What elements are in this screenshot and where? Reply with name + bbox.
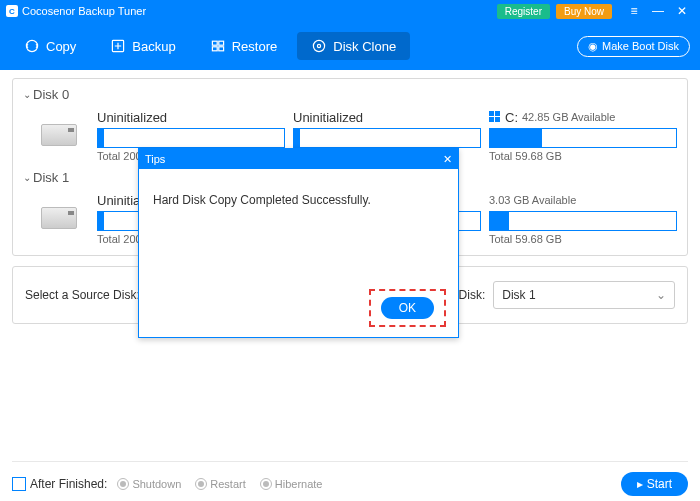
partition-sub: Total 59.68 GB bbox=[489, 233, 677, 245]
target-disk-value: Disk 1 bbox=[502, 288, 535, 302]
ok-highlight: OK bbox=[369, 289, 446, 327]
tab-backup[interactable]: Backup bbox=[96, 32, 189, 60]
radio-icon bbox=[260, 478, 272, 490]
chevron-down-icon: ⌄ bbox=[23, 172, 31, 183]
make-boot-disk-label: Make Boot Disk bbox=[602, 40, 679, 52]
buy-now-button[interactable]: Buy Now bbox=[556, 4, 612, 19]
after-finished-checkbox[interactable] bbox=[12, 477, 26, 491]
partition-bar bbox=[489, 211, 677, 231]
radio-hibernate[interactable]: Hibernate bbox=[260, 478, 323, 490]
register-button[interactable]: Register bbox=[497, 4, 550, 19]
tab-restore-label: Restore bbox=[232, 39, 278, 54]
partition[interactable]: C:42.85 GB Available Total 59.68 GB bbox=[489, 108, 677, 162]
disk-name-0: Disk 0 bbox=[33, 87, 69, 102]
dialog-titlebar: Tips ✕ bbox=[139, 149, 458, 169]
dialog-title: Tips bbox=[145, 153, 165, 165]
boot-disk-icon: ◉ bbox=[588, 40, 598, 53]
chevron-down-icon: ⌄ bbox=[23, 89, 31, 100]
target-disk-select[interactable]: Disk 1 ⌄ bbox=[493, 281, 675, 309]
tab-copy-label: Copy bbox=[46, 39, 76, 54]
restore-icon bbox=[210, 38, 226, 54]
partition[interactable]: 3.03 GB Available Total 59.68 GB bbox=[489, 191, 677, 245]
partition-sub: Total 59.68 GB bbox=[489, 150, 677, 162]
ok-button[interactable]: OK bbox=[381, 297, 434, 319]
svg-rect-9 bbox=[489, 117, 494, 122]
titlebar: C Cocosenor Backup Tuner Register Buy No… bbox=[0, 0, 700, 22]
partition-bar bbox=[97, 128, 285, 148]
app-logo-icon: C bbox=[6, 5, 18, 17]
svg-rect-1 bbox=[212, 41, 217, 45]
tab-disk-clone[interactable]: Disk Clone bbox=[297, 32, 410, 60]
svg-rect-2 bbox=[219, 41, 224, 45]
app-title: Cocosenor Backup Tuner bbox=[22, 5, 146, 17]
after-finished-label: After Finished: bbox=[30, 477, 107, 491]
partition-bar bbox=[489, 128, 677, 148]
make-boot-disk-button[interactable]: ◉ Make Boot Disk bbox=[577, 36, 690, 57]
svg-rect-8 bbox=[495, 111, 500, 116]
start-button[interactable]: ▸ Start bbox=[621, 472, 688, 496]
main-toolbar: Copy Backup Restore Disk Clone ◉ Make Bo… bbox=[0, 22, 700, 70]
tab-backup-label: Backup bbox=[132, 39, 175, 54]
radio-icon bbox=[195, 478, 207, 490]
dialog-message: Hard Disk Copy Completed Successfully. bbox=[139, 169, 458, 217]
tab-restore[interactable]: Restore bbox=[196, 32, 292, 60]
minimize-icon[interactable]: — bbox=[650, 3, 666, 19]
partition-label: Uninitialized bbox=[293, 108, 481, 126]
start-label: Start bbox=[647, 477, 672, 491]
tips-dialog: Tips ✕ Hard Disk Copy Completed Successf… bbox=[138, 148, 459, 338]
chevron-down-icon: ⌄ bbox=[656, 288, 666, 302]
svg-point-6 bbox=[318, 44, 321, 47]
tab-copy[interactable]: Copy bbox=[10, 32, 90, 60]
dialog-close-icon[interactable]: ✕ bbox=[443, 153, 452, 166]
tab-disk-clone-label: Disk Clone bbox=[333, 39, 396, 54]
after-finished-options: Shutdown Restart Hibernate bbox=[117, 478, 322, 490]
partition-label: 3.03 GB Available bbox=[489, 191, 677, 209]
play-icon: ▸ bbox=[637, 477, 643, 491]
hard-disk-icon bbox=[41, 207, 77, 229]
close-icon[interactable]: ✕ bbox=[674, 3, 690, 19]
disk-clone-icon bbox=[311, 38, 327, 54]
partition-bar bbox=[293, 128, 481, 148]
partition-label: C:42.85 GB Available bbox=[489, 108, 677, 126]
radio-shutdown[interactable]: Shutdown bbox=[117, 478, 181, 490]
footer-bar: After Finished: Shutdown Restart Hiberna… bbox=[12, 461, 688, 496]
disk-header-0[interactable]: ⌄ Disk 0 bbox=[23, 87, 677, 102]
menu-icon[interactable]: ≡ bbox=[626, 3, 642, 19]
copy-icon bbox=[24, 38, 40, 54]
partition-label: Uninitialized bbox=[97, 108, 285, 126]
svg-rect-7 bbox=[489, 111, 494, 116]
radio-restart[interactable]: Restart bbox=[195, 478, 245, 490]
svg-point-5 bbox=[314, 40, 325, 51]
svg-rect-4 bbox=[219, 47, 224, 51]
backup-icon bbox=[110, 38, 126, 54]
disk-name-1: Disk 1 bbox=[33, 170, 69, 185]
hard-disk-icon bbox=[41, 124, 77, 146]
source-disk-label: Select a Source Disk: bbox=[25, 288, 140, 302]
svg-rect-3 bbox=[212, 47, 217, 51]
windows-icon bbox=[489, 111, 501, 123]
radio-icon bbox=[117, 478, 129, 490]
svg-rect-10 bbox=[495, 117, 500, 122]
